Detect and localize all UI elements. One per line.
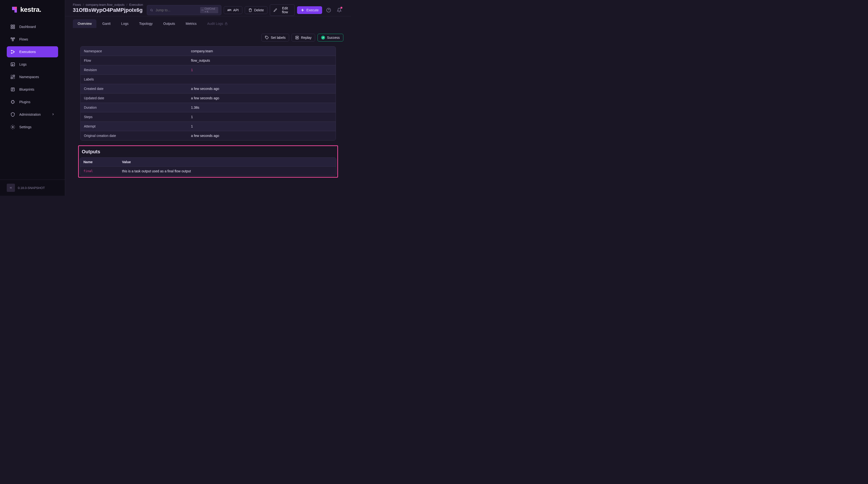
info-table: Namespacecompany.team Flowflow_outputs R…	[80, 46, 336, 140]
nav: Dashboard Flows Executions Logs Namespac…	[0, 21, 65, 180]
tab-audit-logs: Audit Logs	[202, 19, 233, 28]
tab-overview[interactable]: Overview	[73, 19, 96, 28]
svg-rect-13	[11, 77, 12, 79]
tab-logs[interactable]: Logs	[117, 19, 133, 28]
info-row: Attempt1	[81, 122, 336, 131]
status-badge: Success	[317, 34, 343, 41]
api-button[interactable]: API API	[224, 6, 242, 14]
breadcrumb-item[interactable]: Execution	[129, 3, 143, 6]
sidebar-item-label: Executions	[19, 50, 36, 54]
info-value: 1	[188, 122, 336, 131]
tab-metrics[interactable]: Metrics	[181, 19, 201, 28]
info-label: Steps	[81, 112, 188, 122]
gear-icon	[10, 124, 16, 130]
sidebar-item-label: Logs	[19, 62, 27, 66]
version-text: 0.18.0-SNAPSHOT	[18, 186, 45, 190]
svg-rect-6	[12, 40, 13, 41]
sidebar-item-logs[interactable]: Logs	[7, 59, 58, 70]
svg-rect-3	[13, 27, 15, 29]
breadcrumb-sep: /	[126, 3, 127, 6]
replay-icon	[295, 36, 299, 39]
svg-rect-1	[13, 25, 15, 27]
outputs-header-row: Name Value	[80, 158, 336, 167]
page-title: 31OfBsWypO4PaMPjpoIx6g	[73, 7, 143, 13]
output-value: this is a task output used as a final fl…	[119, 167, 336, 176]
svg-rect-4	[11, 38, 12, 39]
info-value: a few seconds ago	[188, 131, 336, 140]
help-icon	[326, 8, 331, 12]
info-value: a few seconds ago	[188, 94, 336, 103]
notifications-button[interactable]	[335, 6, 343, 14]
set-labels-button[interactable]: Set labels	[261, 34, 289, 41]
outputs-col-value: Value	[119, 158, 336, 166]
sidebar-item-dashboard[interactable]: Dashboard	[7, 21, 58, 32]
sidebar-item-label: Flows	[19, 37, 28, 41]
sidebar-item-flows[interactable]: Flows	[7, 34, 58, 45]
chevron-right-icon	[51, 112, 55, 117]
svg-rect-2	[11, 27, 12, 29]
sidebar-item-label: Settings	[19, 125, 32, 129]
sidebar-item-label: Dashboard	[19, 25, 36, 29]
trash-icon	[248, 8, 252, 12]
pencil-icon	[273, 8, 277, 12]
lock-icon	[224, 22, 228, 25]
delete-button[interactable]: Delete	[245, 6, 268, 14]
sidebar-item-label: Administration	[19, 112, 41, 117]
tab-gantt[interactable]: Gantt	[97, 19, 115, 28]
execute-button[interactable]: Execute	[297, 6, 322, 14]
info-value: company.team	[188, 46, 336, 56]
actions-row: Set labels Replay Success	[73, 34, 343, 41]
sidebar: kestra. Dashboard Flows Executions Logs …	[0, 0, 65, 196]
info-row: Duration1.38s	[81, 103, 336, 112]
svg-rect-0	[11, 25, 12, 27]
svg-rect-14	[13, 77, 15, 79]
edit-flow-button[interactable]: Edit flow	[270, 4, 294, 16]
sidebar-item-blueprints[interactable]: Blueprints	[7, 84, 58, 95]
sidebar-item-executions[interactable]: Executions	[7, 46, 58, 57]
collapse-sidebar-button[interactable]	[7, 184, 15, 192]
replay-button[interactable]: Replay	[291, 34, 315, 41]
breadcrumb: Flows / company.team.flow_outputs / Exec…	[73, 3, 143, 6]
breadcrumb-item[interactable]: Flows	[73, 3, 81, 6]
sidebar-item-plugins[interactable]: Plugins	[7, 96, 58, 107]
tag-icon	[265, 36, 269, 39]
logs-icon	[10, 62, 16, 67]
svg-rect-11	[11, 75, 12, 77]
search-box[interactable]: Ctrl/Cmd + K	[147, 5, 221, 15]
sidebar-footer: 0.18.0-SNAPSHOT	[0, 180, 65, 196]
info-value: 1	[188, 112, 336, 122]
blueprints-icon	[10, 87, 16, 92]
breadcrumb-item[interactable]: company.team.flow_outputs	[86, 3, 125, 6]
info-row: Steps1	[81, 112, 336, 122]
info-label: Created date	[81, 84, 188, 93]
svg-point-7	[11, 50, 12, 51]
tab-outputs[interactable]: Outputs	[158, 19, 180, 28]
tab-topology[interactable]: Topology	[134, 19, 157, 28]
info-row: Updated datea few seconds ago	[81, 94, 336, 103]
logo-text: kestra.	[20, 6, 41, 13]
info-row: Original creation datea few seconds ago	[81, 131, 336, 140]
sidebar-item-settings[interactable]: Settings	[7, 122, 58, 133]
info-row: Revision1	[81, 65, 336, 75]
info-value-link[interactable]: 1	[188, 65, 336, 74]
svg-rect-12	[13, 75, 15, 77]
info-row: Labels	[81, 75, 336, 84]
api-icon: API	[227, 9, 231, 11]
logo[interactable]: kestra.	[0, 0, 65, 21]
info-row: Flowflow_outputs	[81, 56, 336, 65]
flows-icon	[10, 37, 16, 42]
administration-icon	[10, 112, 16, 117]
info-label: Flow	[81, 56, 188, 65]
bolt-icon	[301, 8, 305, 12]
info-label: Original creation date	[81, 131, 188, 140]
svg-point-17	[12, 127, 13, 128]
main: Flows / company.team.flow_outputs / Exec…	[65, 0, 351, 196]
keyboard-shortcut: Ctrl/Cmd + K	[200, 7, 218, 13]
logo-icon	[10, 6, 18, 13]
info-label: Attempt	[81, 122, 188, 131]
check-circle-icon	[321, 36, 325, 39]
sidebar-item-namespaces[interactable]: Namespaces	[7, 71, 58, 83]
help-button[interactable]	[324, 6, 333, 14]
sidebar-item-administration[interactable]: Administration	[7, 109, 58, 120]
search-input[interactable]	[156, 8, 198, 12]
